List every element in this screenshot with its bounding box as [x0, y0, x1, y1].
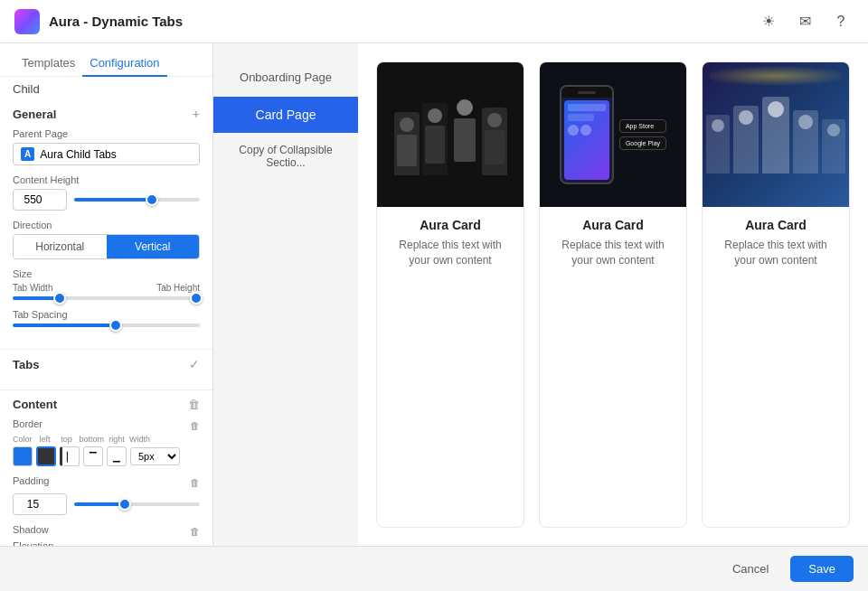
- body-3: [454, 118, 476, 162]
- content-section: Content 🗑 Border 🗑 Color left top bottom…: [0, 389, 212, 546]
- phone-top: [561, 87, 612, 98]
- tab-width-thumb[interactable]: [53, 292, 66, 305]
- google-play-badge[interactable]: Google Play: [619, 136, 666, 150]
- border-left-btn[interactable]: ▏: [60, 446, 80, 466]
- content-height-track: [74, 198, 200, 202]
- phone-screen: [564, 100, 609, 180]
- tab-height-label: Tab Height: [107, 283, 201, 293]
- general-section-header: General +: [13, 107, 200, 121]
- card-2-title: Aura Card: [582, 218, 644, 232]
- head-1: [400, 117, 414, 132]
- border-trash-icon[interactable]: 🗑: [190, 420, 200, 431]
- cancel-button[interactable]: Cancel: [722, 557, 779, 581]
- content-height-thumb[interactable]: [146, 193, 158, 206]
- content-height-row: Content Height: [13, 174, 200, 211]
- content-height-input[interactable]: [13, 189, 67, 211]
- parent-page-row: Parent Page A: [13, 128, 200, 165]
- preview-inner: Onboarding Page Card Page Copy of Collap…: [213, 43, 868, 546]
- content-height-label: Content Height: [13, 174, 200, 185]
- person-1: [394, 112, 420, 175]
- padding-track: [74, 502, 200, 506]
- padding-row: Padding 🗑: [13, 475, 200, 515]
- parent-page-icon: A: [21, 147, 34, 161]
- person-2: [422, 103, 448, 175]
- direction-label: Direction: [13, 220, 200, 230]
- tab-width-track: [13, 296, 200, 300]
- direction-vertical[interactable]: Vertical: [107, 235, 200, 258]
- padding-thumb[interactable]: [118, 498, 131, 511]
- preview-onboarding-tab[interactable]: Onboarding Page: [213, 58, 358, 97]
- content-trash-icon[interactable]: 🗑: [188, 398, 200, 411]
- mail-icon[interactable]: ✉: [792, 9, 817, 34]
- bottom-bar: Cancel Save: [0, 546, 868, 591]
- card-3-text: Replace this text with your own content: [713, 238, 838, 268]
- card-2: App Store Google Play Aura Card Replace …: [539, 61, 687, 528]
- e-head-2: [739, 110, 753, 125]
- direction-horizontal[interactable]: Horizontal: [14, 235, 107, 258]
- padding-controls: [13, 493, 200, 515]
- event-person-2: [733, 106, 759, 174]
- left-panel: Templates Configuration Child General + …: [0, 43, 213, 546]
- head-4: [487, 113, 502, 127]
- border-width-select[interactable]: 5px 1px 2px 3px: [130, 447, 180, 465]
- border-bottom-btn[interactable]: ▁: [107, 446, 127, 466]
- phone-notch: [578, 91, 596, 94]
- parent-page-input[interactable]: [40, 148, 192, 161]
- card-3-image: [703, 62, 849, 207]
- card-3-title: Aura Card: [745, 218, 807, 232]
- child-label: Child: [0, 77, 212, 98]
- tab-height-thumb[interactable]: [190, 292, 203, 305]
- right-label: right: [108, 435, 126, 444]
- card-2-image: App Store Google Play: [540, 62, 686, 207]
- sun-icon[interactable]: ☀: [756, 9, 781, 34]
- tabs-section: Tabs ✓: [0, 349, 212, 382]
- body-1: [397, 135, 417, 166]
- size-sub-labels: Tab Width Tab Height: [13, 283, 200, 293]
- e-head-4: [798, 115, 813, 129]
- parent-page-input-wrapper[interactable]: A: [13, 143, 200, 165]
- save-button[interactable]: Save: [790, 556, 854, 582]
- left-label: left: [36, 435, 54, 444]
- border-color-swatch-dark[interactable]: [36, 446, 56, 466]
- size-row: Size Tab Width Tab Height Tab Spacing: [13, 268, 200, 327]
- border-color-swatch-blue[interactable]: [13, 446, 33, 466]
- width-label: Width: [129, 435, 150, 444]
- tabs-check-icon[interactable]: ✓: [189, 357, 200, 371]
- body-4: [485, 130, 505, 164]
- phone-icons: [568, 125, 606, 136]
- person-4: [482, 108, 507, 175]
- app-logo: [14, 9, 40, 34]
- general-plus-icon[interactable]: +: [193, 107, 200, 121]
- preview-copy-tab[interactable]: Copy of Collapsible Sectio...: [213, 133, 358, 180]
- top-label: top: [58, 435, 76, 444]
- app-store-badge[interactable]: App Store: [619, 119, 666, 133]
- event-lights: [710, 67, 842, 85]
- direction-toggle: Horizontal Vertical: [13, 234, 200, 259]
- border-top-btn[interactable]: ▔: [83, 446, 103, 466]
- phone-line-1: [568, 104, 606, 111]
- tab-spacing-fill: [13, 324, 116, 327]
- preview-card-page-tab[interactable]: Card Page: [213, 97, 358, 133]
- card-1-text: Replace this text with your own content: [388, 238, 513, 268]
- general-section: General + Parent Page A Content Height: [0, 98, 212, 342]
- tabs-section-title: Tabs: [13, 358, 39, 371]
- card-1-body: Aura Card Replace this text with your ow…: [377, 207, 524, 527]
- person-3: [450, 94, 479, 175]
- preview-area: Onboarding Page Card Page Copy of Collap…: [213, 43, 868, 546]
- padding-trash-icon[interactable]: 🗑: [190, 477, 200, 488]
- event-person-4: [793, 110, 818, 174]
- e-head-5: [827, 124, 840, 136]
- shadow-row: Shadow 🗑 Elevation Fully Elevated None L…: [13, 524, 200, 546]
- padding-input[interactable]: [13, 493, 67, 515]
- head-2: [428, 108, 442, 123]
- card-1-title: Aura Card: [420, 218, 481, 232]
- padding-fill: [74, 502, 125, 506]
- help-icon[interactable]: ?: [828, 9, 854, 34]
- direction-row: Direction Horizontal Vertical: [13, 220, 200, 259]
- tab-configuration[interactable]: Configuration: [82, 51, 166, 77]
- tab-templates[interactable]: Templates: [14, 51, 82, 77]
- e-head-3: [768, 101, 784, 117]
- content-height-track-fill: [74, 198, 152, 202]
- tab-spacing-thumb[interactable]: [109, 319, 122, 332]
- shadow-trash-icon[interactable]: 🗑: [190, 526, 200, 537]
